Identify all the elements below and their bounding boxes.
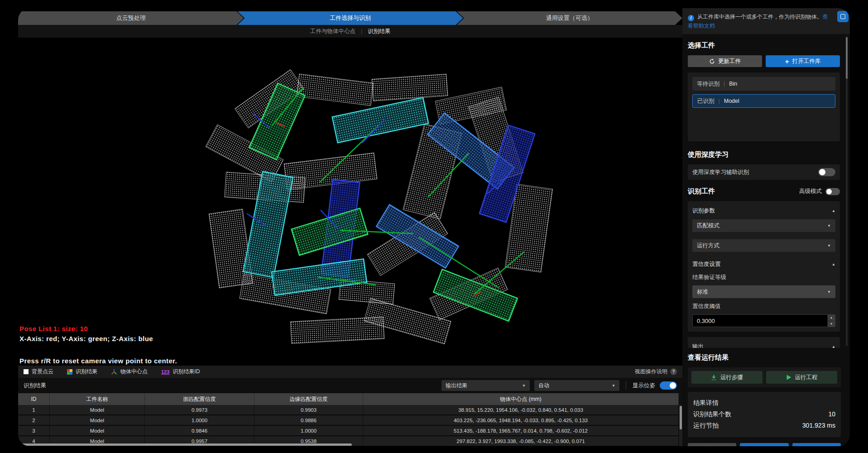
table-horizontal-scrollbar[interactable] (19, 443, 352, 446)
item-name: Bin (729, 81, 737, 87)
show-pose-toggle[interactable] (660, 381, 677, 390)
white-square-icon (24, 369, 29, 374)
toggle-knob (819, 169, 825, 175)
match-mode-dropdown[interactable]: 匹配模式 ▼ (692, 219, 835, 232)
table-cell: 38.915, 15.220, 1954.106, -0.032, 0.840,… (363, 405, 679, 414)
info-icon: i (688, 15, 694, 21)
confidence-threshold-spinbox[interactable]: 0.3000 ▲ ▼ (692, 314, 835, 327)
save-button[interactable]: 保存 (792, 443, 841, 446)
table-row[interactable]: 2Model1.00000.9886403.225, -236.065, 194… (18, 415, 679, 426)
auto-dropdown[interactable]: 自动 ▼ (534, 380, 619, 391)
point-cloud-viewport[interactable]: Pose List 1: size: 10 X-Axis: red; Y-Axi… (18, 38, 682, 366)
validation-level-label: 结果验证等级 (692, 274, 835, 281)
chevron-up-icon: ▲ (832, 209, 835, 213)
table-cell: 1 (18, 405, 50, 414)
toggle-knob (826, 189, 832, 194)
toggle-knob (670, 382, 676, 389)
run-step-icon (711, 375, 717, 381)
plus-icon: + (785, 58, 789, 65)
table-cell: 1.0000 (145, 415, 254, 425)
legend-object-center[interactable]: 物体中心点 (111, 368, 148, 376)
results-controls-bar: 识别结果 输出结果 ▼ 自动 ▼ 显示位姿 (18, 378, 682, 393)
output-group[interactable]: 输出 ▲ (692, 342, 835, 348)
recognize-workpiece-header: 识别工件 (688, 187, 715, 196)
item-status: 等待识别 (697, 80, 719, 88)
table-header-cell: 面匹配置信度 (145, 393, 254, 405)
tab-pointcloud-preprocess[interactable]: 点云预处理 (18, 11, 244, 25)
subtab-workpiece-center[interactable]: 工件与物体中心点 (310, 28, 355, 35)
table-vertical-scrollbar[interactable] (679, 405, 682, 446)
results-table: ID工件名称面匹配置信度边缘匹配置信度物体中心点 (mm) 1Model0.99… (18, 393, 682, 446)
chevron-up-icon: ▲ (832, 345, 835, 348)
button-label: 运行步骤 (720, 374, 743, 381)
play-icon (786, 375, 791, 380)
button-label: 运行工程 (795, 374, 818, 381)
sidebar-scrollbar[interactable] (846, 36, 848, 346)
confidence-settings-group[interactable]: 置信度设置 ▲ (692, 259, 835, 269)
point-cloud-scene (18, 38, 682, 366)
table-cell: 0.9846 (145, 426, 254, 435)
workpiece-list: 等待识别 | Bin 已识别 | Model (688, 72, 840, 141)
table-cell: 1.0000 (254, 426, 363, 435)
results-table-body: 1Model0.99730.990338.915, 15.220, 1954.1… (18, 405, 679, 446)
chevron-down-icon: ▼ (827, 290, 831, 294)
next-step-button[interactable]: 下一步 (740, 443, 788, 446)
validation-level-dropdown[interactable]: 标准 ▼ (692, 285, 835, 298)
subtab-recognition-result[interactable]: 识别结果 (368, 28, 390, 35)
table-cell: 0.9903 (254, 405, 363, 414)
tab-workpiece-recognition[interactable]: 工件选择与识别 (237, 11, 463, 25)
viewport-overlay: Pose List 1: size: 10 X-Axis: red; Y-Axi… (19, 325, 177, 365)
output-result-dropdown[interactable]: 输出结果 ▼ (441, 380, 530, 391)
legend-background-cloud[interactable]: 背景点云 (24, 368, 53, 376)
table-cell: Model (50, 426, 145, 435)
table-cell: 297.822, 3.927, 1993.338, -0.085, -0.422… (363, 436, 679, 446)
open-workpiece-library-button[interactable]: + 打开工件库 (766, 55, 840, 67)
item-divider: | (724, 81, 725, 87)
result-details-panel: 结果详情 识别结果个数 10 运行节拍 301.923 ms (688, 392, 841, 437)
update-workpiece-button[interactable]: 更新工件 (688, 55, 762, 67)
advanced-mode-toggle[interactable] (825, 188, 840, 195)
deep-learning-toggle-row: 使用深度学习辅助识别 (688, 164, 840, 180)
spin-up-button[interactable]: ▲ (828, 315, 835, 321)
main-area: 点云预处理 工件选择与识别 通用设置（可选） 工件与物体中心点 | 识别结果 (18, 8, 682, 446)
view-help-control[interactable]: 视图操作说明 ? (635, 368, 677, 376)
info-text: 从工件库中选择一个或多个工件，作为待识别物体。 (697, 14, 822, 20)
chevron-down-icon: ▼ (612, 384, 615, 388)
cycle-time-value: 301.923 ms (802, 422, 835, 430)
confidence-threshold-label: 置信度阈值 (692, 303, 835, 310)
workpiece-item-model[interactable]: 已识别 | Model (692, 94, 835, 108)
table-row[interactable]: 3Model0.98461.0000513.435, -188.178, 196… (18, 426, 679, 436)
recognition-params-group[interactable]: 识别参数 ▲ (692, 206, 835, 216)
doc-icon (840, 14, 845, 19)
legend-label: 物体中心点 (120, 368, 148, 376)
wizard-tabbar: 点云预处理 工件选择与识别 通用设置（可选） (18, 11, 682, 25)
sidebar-scroll-thumb[interactable] (846, 37, 848, 79)
legend-label: 背景点云 (32, 368, 53, 376)
threshold-value[interactable]: 0.3000 (693, 315, 827, 327)
workpiece-item-bin[interactable]: 等待识别 | Bin (692, 77, 835, 91)
output-panel: 输出 ▲ (688, 337, 840, 348)
axis-info-text: X-Axis: red; Y-Axis: green; Z-Axis: blue (19, 335, 177, 342)
doc-corner-button[interactable] (837, 11, 849, 22)
deep-learning-toggle[interactable] (818, 168, 835, 176)
spin-down-button[interactable]: ▼ (828, 321, 835, 327)
legend-recognition-result[interactable]: 识别结果 (67, 368, 97, 376)
tab-general-settings[interactable]: 通用设置（可选） (457, 11, 682, 25)
legend-result-id[interactable]: 123 识别结果ID (161, 368, 200, 376)
table-cell: Model (50, 405, 145, 414)
dropdown-value: 运行方式 (697, 242, 719, 250)
chevron-down-icon: ▼ (827, 224, 831, 228)
run-mode-dropdown[interactable]: 运行方式 ▼ (692, 239, 835, 252)
table-cell: Model (50, 415, 145, 425)
table-row[interactable]: 1Model0.99730.990338.915, 15.220, 1954.1… (18, 405, 679, 415)
run-step-button[interactable]: 运行步骤 (691, 371, 762, 384)
question-mark-icon[interactable]: ? (670, 368, 677, 375)
item-status: 已识别 (697, 97, 715, 105)
dropdown-value: 标准 (697, 288, 708, 296)
viewport-legend: 背景点云 识别结果 物体中心点 123 识别结果ID (18, 366, 682, 378)
run-project-button[interactable]: 运行工程 (766, 371, 837, 384)
table-header-cell: 工件名称 (50, 393, 145, 405)
previous-step-button[interactable]: 上一步 (688, 443, 736, 446)
table-cell: 403.225, -236.065, 1948.194, -0.033, 0.8… (363, 415, 679, 425)
scroll-thumb[interactable] (680, 406, 682, 429)
